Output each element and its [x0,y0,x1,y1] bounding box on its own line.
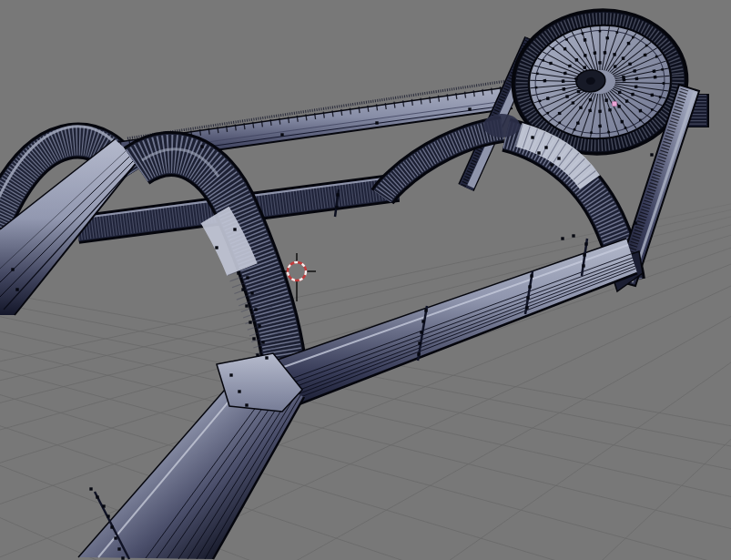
vertex-dot[interactable] [608,108,612,112]
vertex-dot[interactable] [96,495,98,498]
vertex-dot[interactable] [620,120,624,124]
vertex-dot[interactable] [614,65,617,68]
vertex-dot[interactable] [558,112,562,116]
vertex-dot[interactable] [598,61,602,65]
vertex-dot[interactable] [11,268,14,270]
vertex-dot[interactable] [607,131,610,134]
vertex-dot[interactable] [546,112,549,115]
vertex-dot[interactable] [528,285,531,288]
vertex-dot[interactable] [546,97,550,100]
vertex-dot[interactable] [644,54,647,57]
vertex-dot[interactable] [526,296,529,299]
vertex-dot[interactable] [634,221,636,224]
vertex-dot[interactable] [654,76,657,79]
vertex-dot[interactable] [633,69,636,73]
vertex-dot[interactable] [107,514,109,517]
vertex-dot[interactable] [588,109,592,113]
vertex-dot[interactable] [624,127,627,129]
vertex-dot[interactable] [424,309,427,311]
vertex-dot[interactable] [655,56,658,58]
vertex-dot[interactable] [229,373,232,376]
vertex-dot[interactable] [418,341,421,344]
vertex-dot[interactable] [549,62,553,66]
vertex-dot[interactable] [590,131,593,134]
vertex-dot[interactable] [252,337,255,340]
vertex-dot[interactable] [622,76,625,79]
vertex-dot[interactable] [613,53,616,56]
vertex-dot[interactable] [468,107,471,110]
vertex-dot[interactable] [577,90,581,94]
vertex-dot[interactable] [632,36,635,39]
vertex-dot[interactable] [537,151,540,154]
vertex-dot[interactable] [238,390,240,392]
vertex-dot[interactable] [604,98,608,102]
vertex-dot[interactable] [250,291,253,294]
vertex-dot[interactable] [421,320,424,322]
vertex-dot[interactable] [563,87,566,91]
vertex-dot[interactable] [572,234,574,237]
vertex-dot[interactable] [622,56,625,60]
vertex-dot[interactable] [117,547,120,550]
vertex-dot[interactable] [565,38,568,41]
vertex-dot[interactable] [635,77,639,81]
vertex-dot[interactable] [246,276,249,279]
vertex-dot[interactable] [15,288,18,290]
vertex-dot[interactable] [575,58,579,62]
vertex-dot[interactable] [584,54,587,57]
vertex-dot[interactable] [417,352,420,355]
vertex-dot[interactable] [653,69,656,73]
vertex-dot[interactable] [605,36,609,40]
vertex-dot[interactable] [89,487,92,490]
vertex-dot[interactable] [583,66,586,69]
vertex-dot[interactable] [536,72,539,75]
vertex-dot[interactable] [525,306,528,309]
vertex-dot[interactable] [215,246,218,249]
vertex-dot[interactable] [650,93,654,97]
vertex-dot[interactable] [659,96,662,98]
vertex-dot[interactable] [550,163,553,166]
vertex-dot[interactable] [542,59,544,62]
vertex-dot[interactable] [598,125,602,128]
vertex-dot[interactable] [543,79,547,83]
vertex-dot[interactable] [618,91,622,95]
vertex-dot[interactable] [572,101,575,105]
vertex-dot[interactable] [584,38,587,42]
vertex-dot[interactable] [663,82,665,85]
viewport-canvas[interactable] [0,0,731,560]
blender-3d-viewport[interactable] [0,0,731,560]
vertex-dot[interactable] [565,95,569,98]
vertex-dot[interactable] [583,253,585,256]
vertex-dot[interactable] [233,228,236,230]
vertex-dot[interactable] [114,536,117,539]
vertex-dot[interactable] [627,42,631,46]
vertex-dot[interactable] [574,77,578,81]
vertex-dot[interactable] [615,31,618,34]
vertex-dot[interactable] [557,157,560,159]
vertex-dot[interactable] [265,356,268,359]
vertex-dot[interactable] [645,45,648,47]
vertex-dot[interactable] [110,525,113,528]
vertex-dot[interactable] [563,72,567,76]
vertex-dot[interactable] [589,98,593,102]
vertex-dot[interactable] [420,331,422,333]
vertex-dot[interactable] [625,99,629,103]
vertex-dot[interactable] [599,30,602,33]
vertex-dot[interactable] [539,99,542,102]
vertex-dot[interactable] [617,105,621,108]
vertex-dot[interactable] [241,288,244,290]
vertex-dot[interactable] [121,556,124,559]
vertex-dot[interactable] [584,242,587,245]
vertex-dot[interactable] [631,93,635,97]
vertex-dot[interactable] [245,403,248,406]
vertex-dot[interactable] [535,87,538,89]
vertex-dot[interactable] [237,271,239,274]
vertex-dot[interactable] [661,68,664,71]
vertex-dot[interactable] [200,145,203,148]
vertex-dot[interactable] [561,237,563,239]
vertex-dot[interactable] [568,65,572,68]
vertex-dot[interactable] [563,47,567,51]
vertex-dot[interactable] [249,321,251,323]
vertex-dot[interactable] [651,108,654,111]
vertex-dot[interactable] [604,51,607,55]
vertex-dot[interactable] [254,308,257,311]
